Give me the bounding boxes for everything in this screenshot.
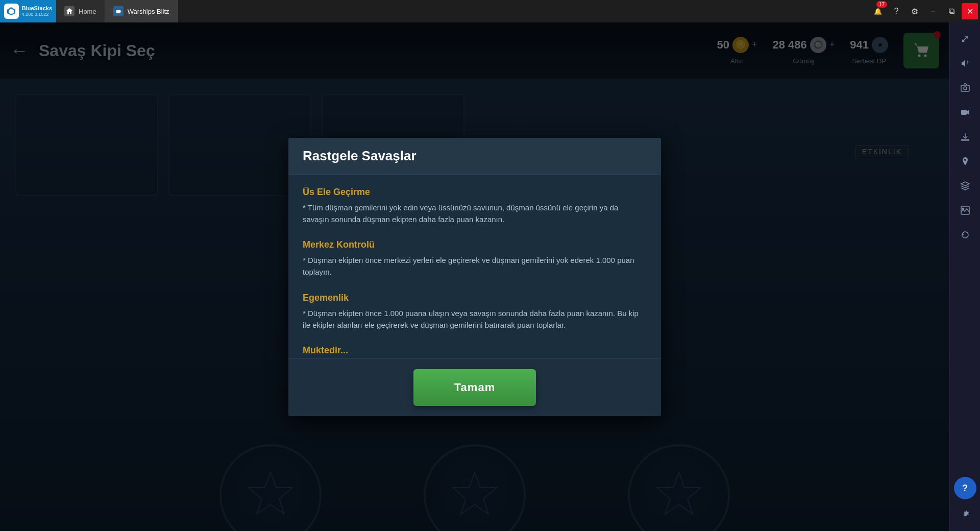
rotate-btn[interactable] — [954, 224, 976, 246]
mode-section-2: Merkez Kontrolü * Düşman ekipten önce me… — [303, 239, 647, 278]
mode-desc-3: * Düşman ekipten önce 1.000 puana ulaşın… — [303, 307, 647, 331]
mode-section-1: Üs Ele Geçirme * Tüm düşman gemilerini y… — [303, 187, 647, 226]
svg-point-8 — [964, 87, 967, 90]
gear-settings-btn[interactable] — [954, 503, 976, 526]
bluestacks-label: BlueStacks 4.280.0.1022 — [22, 5, 52, 17]
ok-button[interactable]: Tamam — [413, 369, 536, 406]
volume-btn[interactable] — [954, 52, 976, 75]
mode-desc-2: * Düşman ekipten önce merkezi yerleri el… — [303, 254, 647, 278]
mode-section-3: Egemenlik * Düşman ekipten önce 1.000 pu… — [303, 293, 647, 331]
svg-rect-7 — [961, 85, 969, 91]
gallery-btn[interactable] — [954, 199, 976, 222]
warships-icon — [113, 6, 124, 16]
modal-dialog: Rastgele Savaşlar Üs Ele Geçirme * Tüm d… — [288, 138, 661, 416]
modal-body[interactable]: Üs Ele Geçirme * Tüm düşman gemilerini y… — [288, 175, 661, 358]
settings-btn[interactable]: ⚙ — [906, 3, 923, 19]
mode-section-4: Muktedir... — [303, 345, 647, 356]
bluestacks-logo: BlueStacks 4.280.0.1022 — [0, 0, 56, 22]
titlebar: BlueStacks 4.280.0.1022 Home Warships Bl… — [0, 0, 980, 22]
help-btn[interactable]: ? — [954, 477, 976, 499]
svg-rect-9 — [961, 110, 967, 115]
mode-desc-1: * Tüm düşman gemilerini yok edin veya üs… — [303, 202, 647, 226]
notification-icon: 🔔 — [874, 8, 882, 15]
close-btn[interactable]: ✕ — [962, 3, 978, 19]
layers-btn[interactable] — [954, 175, 976, 197]
camera-screenshot-btn[interactable] — [954, 77, 976, 99]
mode-title-2: Merkez Kontrolü — [303, 239, 647, 250]
right-sidebar: ⤢ — [949, 22, 980, 531]
mode-title-3: Egemenlik — [303, 293, 647, 303]
help-btn[interactable]: ? — [888, 3, 904, 19]
home-icon — [64, 6, 75, 16]
modal-overlay: Rastgele Savaşlar Üs Ele Geçirme * Tüm d… — [0, 22, 949, 531]
video-btn[interactable] — [954, 101, 976, 124]
bluestacks-icon — [4, 4, 19, 19]
modal-title: Rastgele Savaşlar — [303, 148, 647, 164]
mode-title-4: Muktedir... — [303, 345, 647, 356]
mode-title-1: Üs Ele Geçirme — [303, 187, 647, 198]
modal-footer: Tamam — [288, 358, 661, 416]
game-area: ← Savaş Kipi Seç 50 🪙 + Altın 28 486 🔘 + — [0, 22, 949, 531]
svg-point-11 — [962, 208, 964, 210]
notification-count: 17 — [876, 1, 887, 8]
tab-warships-blitz[interactable]: Warships Blitz — [105, 0, 178, 22]
download-btn[interactable] — [954, 126, 976, 148]
notification-btn[interactable]: 🔔 17 — [870, 3, 886, 19]
restore-btn[interactable]: ⧉ — [943, 3, 960, 19]
modal-header: Rastgele Savaşlar — [288, 138, 661, 175]
titlebar-controls: 🔔 17 ? ⚙ − ⧉ ✕ — [870, 3, 980, 19]
fullscreen-btn[interactable]: ⤢ — [954, 28, 976, 50]
tab-home[interactable]: Home — [56, 0, 105, 22]
location-btn[interactable] — [954, 150, 976, 173]
minimize-btn[interactable]: − — [925, 3, 941, 19]
